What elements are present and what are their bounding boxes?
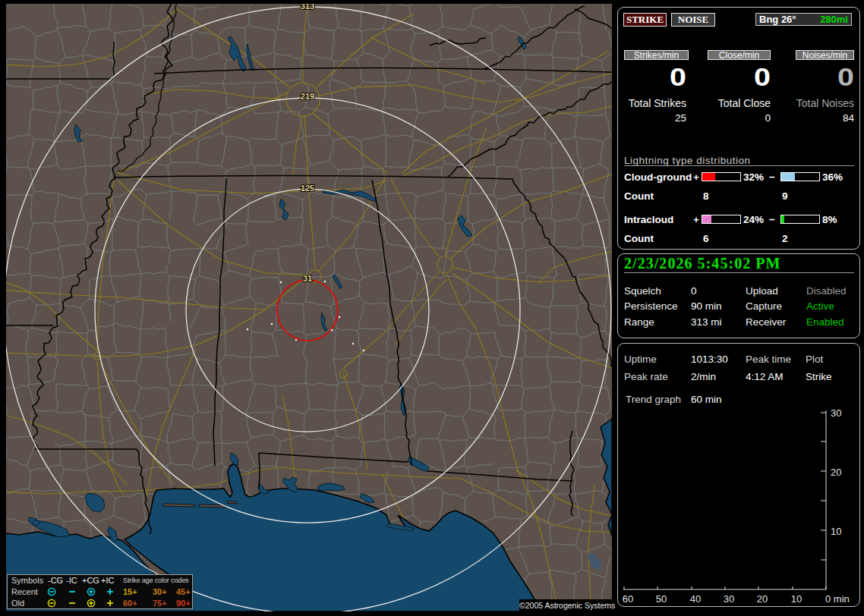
svg-text:125: 125 <box>301 184 314 193</box>
svg-text:31: 31 <box>303 274 312 283</box>
svg-text:313: 313 <box>301 2 314 11</box>
svg-text:219: 219 <box>301 92 314 101</box>
